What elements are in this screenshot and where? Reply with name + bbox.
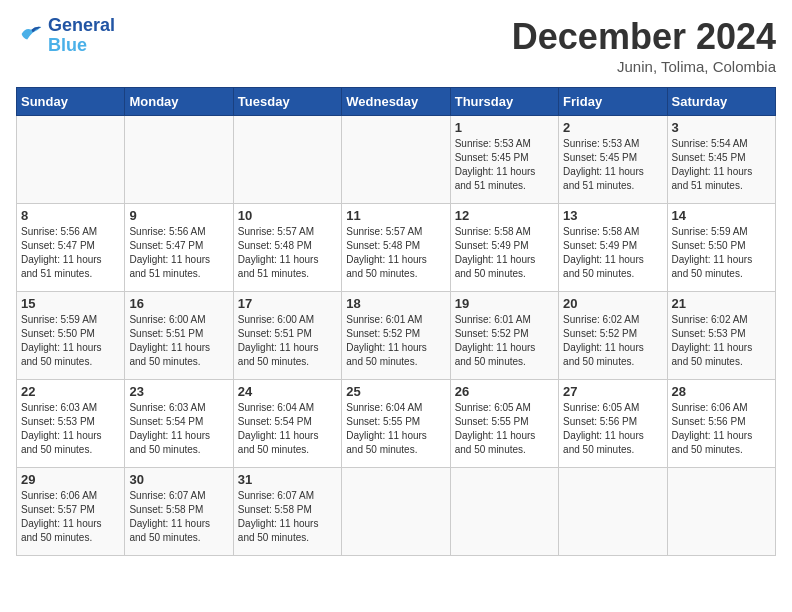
day-number: 30 bbox=[129, 472, 228, 487]
calendar-day-cell: 23 Sunrise: 6:03 AM Sunset: 5:54 PM Dayl… bbox=[125, 380, 233, 468]
day-info: Sunrise: 6:06 AM Sunset: 5:56 PM Dayligh… bbox=[672, 401, 771, 457]
calendar-week-row: 1 Sunrise: 5:53 AM Sunset: 5:45 PM Dayli… bbox=[17, 116, 776, 204]
calendar-day-cell bbox=[342, 468, 450, 556]
day-info: Sunrise: 6:04 AM Sunset: 5:55 PM Dayligh… bbox=[346, 401, 445, 457]
calendar-day-cell bbox=[233, 116, 341, 204]
day-number: 28 bbox=[672, 384, 771, 399]
day-of-week-header: Friday bbox=[559, 88, 667, 116]
day-info: Sunrise: 6:03 AM Sunset: 5:54 PM Dayligh… bbox=[129, 401, 228, 457]
day-number: 3 bbox=[672, 120, 771, 135]
day-info: Sunrise: 6:00 AM Sunset: 5:51 PM Dayligh… bbox=[238, 313, 337, 369]
day-info: Sunrise: 5:59 AM Sunset: 5:50 PM Dayligh… bbox=[672, 225, 771, 281]
day-number: 18 bbox=[346, 296, 445, 311]
day-of-week-header: Thursday bbox=[450, 88, 558, 116]
calendar-day-cell: 1 Sunrise: 5:53 AM Sunset: 5:45 PM Dayli… bbox=[450, 116, 558, 204]
month-title: December 2024 bbox=[512, 16, 776, 58]
calendar-day-cell: 27 Sunrise: 6:05 AM Sunset: 5:56 PM Dayl… bbox=[559, 380, 667, 468]
calendar-day-cell: 13 Sunrise: 5:58 AM Sunset: 5:49 PM Dayl… bbox=[559, 204, 667, 292]
calendar-day-cell: 25 Sunrise: 6:04 AM Sunset: 5:55 PM Dayl… bbox=[342, 380, 450, 468]
day-number: 25 bbox=[346, 384, 445, 399]
calendar-day-cell: 20 Sunrise: 6:02 AM Sunset: 5:52 PM Dayl… bbox=[559, 292, 667, 380]
day-info: Sunrise: 6:03 AM Sunset: 5:53 PM Dayligh… bbox=[21, 401, 120, 457]
day-info: Sunrise: 6:02 AM Sunset: 5:53 PM Dayligh… bbox=[672, 313, 771, 369]
day-of-week-header: Sunday bbox=[17, 88, 125, 116]
calendar-day-cell: 24 Sunrise: 6:04 AM Sunset: 5:54 PM Dayl… bbox=[233, 380, 341, 468]
day-info: Sunrise: 5:53 AM Sunset: 5:45 PM Dayligh… bbox=[455, 137, 554, 193]
title-area: December 2024 Junin, Tolima, Colombia bbox=[512, 16, 776, 75]
day-number: 14 bbox=[672, 208, 771, 223]
day-number: 27 bbox=[563, 384, 662, 399]
day-number: 2 bbox=[563, 120, 662, 135]
logo-bird-icon bbox=[16, 20, 44, 48]
calendar-day-cell: 26 Sunrise: 6:05 AM Sunset: 5:55 PM Dayl… bbox=[450, 380, 558, 468]
calendar-table: SundayMondayTuesdayWednesdayThursdayFrid… bbox=[16, 87, 776, 556]
calendar-day-cell: 29 Sunrise: 6:06 AM Sunset: 5:57 PM Dayl… bbox=[17, 468, 125, 556]
calendar-header-row: SundayMondayTuesdayWednesdayThursdayFrid… bbox=[17, 88, 776, 116]
calendar-day-cell bbox=[559, 468, 667, 556]
calendar-day-cell bbox=[450, 468, 558, 556]
logo-name: General Blue bbox=[48, 16, 115, 56]
day-info: Sunrise: 5:58 AM Sunset: 5:49 PM Dayligh… bbox=[563, 225, 662, 281]
calendar-day-cell: 3 Sunrise: 5:54 AM Sunset: 5:45 PM Dayli… bbox=[667, 116, 775, 204]
day-of-week-header: Tuesday bbox=[233, 88, 341, 116]
day-info: Sunrise: 5:57 AM Sunset: 5:48 PM Dayligh… bbox=[346, 225, 445, 281]
day-info: Sunrise: 6:07 AM Sunset: 5:58 PM Dayligh… bbox=[129, 489, 228, 545]
day-number: 17 bbox=[238, 296, 337, 311]
calendar-week-row: 22 Sunrise: 6:03 AM Sunset: 5:53 PM Dayl… bbox=[17, 380, 776, 468]
logo: General Blue bbox=[16, 16, 115, 56]
calendar-day-cell bbox=[17, 116, 125, 204]
day-of-week-header: Monday bbox=[125, 88, 233, 116]
day-info: Sunrise: 6:07 AM Sunset: 5:58 PM Dayligh… bbox=[238, 489, 337, 545]
calendar-body: 1 Sunrise: 5:53 AM Sunset: 5:45 PM Dayli… bbox=[17, 116, 776, 556]
header: General Blue December 2024 Junin, Tolima… bbox=[16, 16, 776, 75]
day-of-week-header: Wednesday bbox=[342, 88, 450, 116]
calendar-day-cell: 10 Sunrise: 5:57 AM Sunset: 5:48 PM Dayl… bbox=[233, 204, 341, 292]
calendar-week-row: 29 Sunrise: 6:06 AM Sunset: 5:57 PM Dayl… bbox=[17, 468, 776, 556]
day-number: 12 bbox=[455, 208, 554, 223]
day-info: Sunrise: 6:04 AM Sunset: 5:54 PM Dayligh… bbox=[238, 401, 337, 457]
day-info: Sunrise: 5:59 AM Sunset: 5:50 PM Dayligh… bbox=[21, 313, 120, 369]
day-number: 1 bbox=[455, 120, 554, 135]
day-number: 29 bbox=[21, 472, 120, 487]
day-of-week-header: Saturday bbox=[667, 88, 775, 116]
day-info: Sunrise: 5:56 AM Sunset: 5:47 PM Dayligh… bbox=[129, 225, 228, 281]
day-number: 31 bbox=[238, 472, 337, 487]
day-number: 22 bbox=[21, 384, 120, 399]
calendar-day-cell: 16 Sunrise: 6:00 AM Sunset: 5:51 PM Dayl… bbox=[125, 292, 233, 380]
calendar-day-cell: 28 Sunrise: 6:06 AM Sunset: 5:56 PM Dayl… bbox=[667, 380, 775, 468]
day-info: Sunrise: 6:05 AM Sunset: 5:55 PM Dayligh… bbox=[455, 401, 554, 457]
day-number: 9 bbox=[129, 208, 228, 223]
calendar-day-cell: 8 Sunrise: 5:56 AM Sunset: 5:47 PM Dayli… bbox=[17, 204, 125, 292]
calendar-day-cell: 14 Sunrise: 5:59 AM Sunset: 5:50 PM Dayl… bbox=[667, 204, 775, 292]
day-number: 24 bbox=[238, 384, 337, 399]
day-info: Sunrise: 6:00 AM Sunset: 5:51 PM Dayligh… bbox=[129, 313, 228, 369]
calendar-day-cell: 12 Sunrise: 5:58 AM Sunset: 5:49 PM Dayl… bbox=[450, 204, 558, 292]
day-number: 23 bbox=[129, 384, 228, 399]
day-number: 26 bbox=[455, 384, 554, 399]
day-number: 10 bbox=[238, 208, 337, 223]
day-number: 15 bbox=[21, 296, 120, 311]
calendar-day-cell: 18 Sunrise: 6:01 AM Sunset: 5:52 PM Dayl… bbox=[342, 292, 450, 380]
calendar-day-cell bbox=[667, 468, 775, 556]
calendar-day-cell: 21 Sunrise: 6:02 AM Sunset: 5:53 PM Dayl… bbox=[667, 292, 775, 380]
calendar-day-cell: 22 Sunrise: 6:03 AM Sunset: 5:53 PM Dayl… bbox=[17, 380, 125, 468]
day-number: 11 bbox=[346, 208, 445, 223]
day-info: Sunrise: 6:05 AM Sunset: 5:56 PM Dayligh… bbox=[563, 401, 662, 457]
calendar-day-cell bbox=[125, 116, 233, 204]
calendar-day-cell: 2 Sunrise: 5:53 AM Sunset: 5:45 PM Dayli… bbox=[559, 116, 667, 204]
day-info: Sunrise: 5:58 AM Sunset: 5:49 PM Dayligh… bbox=[455, 225, 554, 281]
calendar-day-cell: 17 Sunrise: 6:00 AM Sunset: 5:51 PM Dayl… bbox=[233, 292, 341, 380]
calendar-day-cell: 11 Sunrise: 5:57 AM Sunset: 5:48 PM Dayl… bbox=[342, 204, 450, 292]
day-info: Sunrise: 6:01 AM Sunset: 5:52 PM Dayligh… bbox=[346, 313, 445, 369]
location-subtitle: Junin, Tolima, Colombia bbox=[512, 58, 776, 75]
day-number: 13 bbox=[563, 208, 662, 223]
calendar-day-cell: 19 Sunrise: 6:01 AM Sunset: 5:52 PM Dayl… bbox=[450, 292, 558, 380]
day-info: Sunrise: 6:02 AM Sunset: 5:52 PM Dayligh… bbox=[563, 313, 662, 369]
day-info: Sunrise: 5:57 AM Sunset: 5:48 PM Dayligh… bbox=[238, 225, 337, 281]
calendar-day-cell: 15 Sunrise: 5:59 AM Sunset: 5:50 PM Dayl… bbox=[17, 292, 125, 380]
day-number: 19 bbox=[455, 296, 554, 311]
day-info: Sunrise: 6:06 AM Sunset: 5:57 PM Dayligh… bbox=[21, 489, 120, 545]
calendar-week-row: 15 Sunrise: 5:59 AM Sunset: 5:50 PM Dayl… bbox=[17, 292, 776, 380]
calendar-day-cell bbox=[342, 116, 450, 204]
day-info: Sunrise: 5:53 AM Sunset: 5:45 PM Dayligh… bbox=[563, 137, 662, 193]
